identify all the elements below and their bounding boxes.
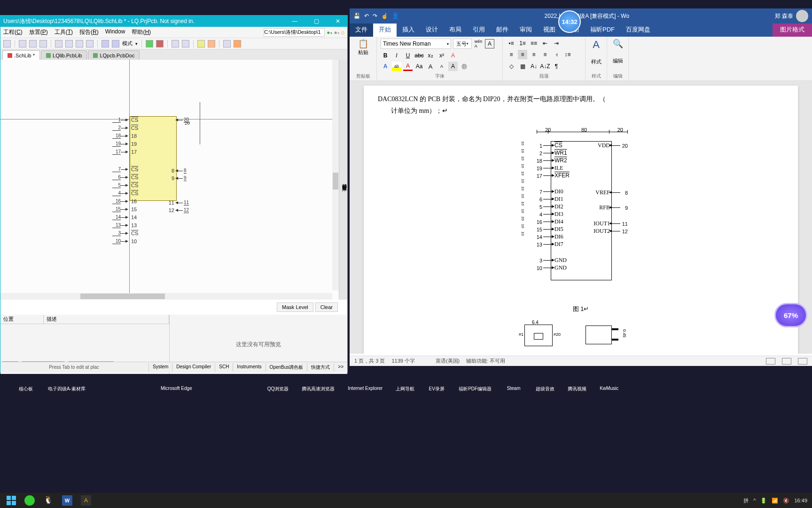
char-border-icon[interactable]: A — [485, 39, 494, 48]
component-icon[interactable] — [234, 40, 241, 48]
ime-indicator[interactable]: 拼 — [743, 497, 749, 504]
multilevel-icon[interactable]: ≡≡ — [529, 39, 539, 48]
status-cell[interactable]: OpenBus调色板 — [265, 363, 307, 372]
bullets-icon[interactable]: ⦁≡ — [507, 39, 516, 48]
underline-button[interactable]: U — [403, 51, 413, 60]
font-color-icon[interactable]: A — [403, 62, 413, 71]
word-count[interactable]: 1139 个字 — [391, 357, 415, 365]
borders-icon[interactable]: ▦ — [518, 62, 527, 71]
add-icon[interactable] — [146, 40, 153, 48]
status-cell[interactable]: 快捷方式 — [307, 363, 334, 372]
highlight-icon[interactable] — [208, 40, 215, 48]
clear-icon[interactable] — [86, 40, 94, 48]
change-case-icon[interactable]: Aa — [414, 62, 424, 71]
status-cell[interactable]: SCH — [215, 363, 233, 372]
start-icon[interactable] — [7, 496, 16, 505]
align-center-icon[interactable]: ≡ — [518, 50, 527, 59]
undo-icon[interactable]: ↶ — [364, 13, 369, 19]
pinyin-icon[interactable]: wénA — [474, 39, 483, 48]
ribbon-tab[interactable]: 百度网盘 — [620, 24, 656, 37]
text-effect-icon[interactable]: A — [381, 62, 390, 71]
copy-icon[interactable] — [29, 40, 37, 48]
task-icon[interactable]: 🐧 — [43, 495, 54, 506]
text-direction-icon[interactable]: A↓ — [529, 62, 539, 71]
desktop-shortcut[interactable]: 超级音效 — [536, 374, 554, 393]
desktop-shortcut[interactable]: Microsoft Edge — [161, 374, 192, 393]
menu-item[interactable]: 放置(P) — [29, 28, 48, 36]
schematic-canvas[interactable]: 20 1CS2CS1818191917177CS6CS5CS4CS1616151… — [0, 60, 347, 300]
menu-item[interactable]: 工程(C) — [3, 28, 23, 36]
document-tab[interactable]: .SchLib * — [2, 50, 40, 60]
document-tab[interactable]: LQlib.PcbLib — [41, 50, 87, 60]
desktop-shortcut[interactable]: 电子四级A-素材库 — [48, 374, 86, 393]
titlebar[interactable]: Users\洛情\Desktop\12345678\LQ\LQlib.SchLi… — [0, 16, 347, 27]
ribbon-tab[interactable]: 视图 — [538, 24, 561, 37]
styles-icon[interactable]: A — [593, 39, 600, 51]
page-indicator[interactable]: 1 页，共 3 页 — [354, 357, 385, 365]
arrow-icon[interactable] — [182, 40, 189, 48]
desktop-shortcut[interactable]: EV录屏 — [428, 374, 445, 393]
cut-icon[interactable] — [19, 40, 26, 48]
web-layout-icon[interactable] — [798, 358, 807, 365]
col-description[interactable]: 描述 — [44, 315, 169, 324]
tray-chevron-icon[interactable]: ^ — [753, 498, 756, 503]
desktop-shortcut[interactable]: 腾讯视频 — [568, 374, 586, 393]
status-cell[interactable]: Design Compiler — [172, 363, 215, 372]
font-size-combo[interactable]: 五号▾ — [453, 39, 472, 49]
dec-indent-icon[interactable]: ⇤ — [540, 39, 550, 48]
shading-icon[interactable]: ◇ — [507, 62, 516, 71]
task-icon[interactable] — [24, 495, 35, 506]
line-spacing-icon[interactable]: ↕≡ — [563, 50, 572, 59]
desktop-shortcut[interactable]: 上网导航 — [396, 374, 414, 393]
nav-fwd-icon[interactable]: ●▾ — [334, 29, 339, 36]
ribbon-tab[interactable]: 开始 — [373, 24, 397, 37]
grid-icon[interactable] — [223, 40, 231, 48]
desktop-shortcut[interactable]: 核心板 — [17, 374, 35, 393]
a11y-indicator[interactable]: 辅助功能: 不可用 — [466, 357, 505, 365]
justify-icon[interactable]: ≡ — [540, 50, 550, 59]
subscript-button[interactable]: x₂ — [426, 51, 435, 60]
ribbon-tab[interactable]: 福昕PDF — [585, 24, 620, 37]
menu-item[interactable]: 帮助(H) — [132, 28, 151, 36]
percent-widget[interactable]: 67% — [774, 303, 807, 327]
desktop-shortcut[interactable] — [236, 374, 254, 393]
col-position[interactable]: 位置 — [0, 315, 44, 324]
desktop-shortcut[interactable]: Steam — [505, 374, 523, 393]
undo-icon[interactable] — [102, 40, 109, 48]
enclose-char-icon[interactable]: ㊐ — [460, 62, 469, 71]
desktop-shortcut[interactable]: KwMusic — [600, 374, 618, 393]
inc-indent-icon[interactable]: ⇥ — [552, 39, 561, 48]
ribbon-tab[interactable]: 引用 — [467, 24, 491, 37]
select-icon[interactable] — [55, 40, 62, 48]
highlight-icon[interactable]: ab — [392, 62, 401, 71]
paste-icon[interactable] — [39, 40, 47, 48]
ribbon-tab[interactable]: 邮件 — [491, 24, 514, 37]
char-shading-icon[interactable]: A — [448, 62, 458, 71]
home-icon[interactable]: ⌂ — [341, 29, 344, 36]
align-left-icon[interactable]: ≡ — [507, 50, 516, 59]
strike-button[interactable]: abc — [414, 51, 424, 60]
vertical-scrollbar[interactable] — [332, 60, 339, 290]
a11y-icon[interactable]: 👤 — [392, 13, 399, 19]
horizontal-scrollbar[interactable] — [0, 293, 332, 300]
show-marks-icon[interactable]: ¶ — [552, 62, 561, 71]
move-icon[interactable] — [65, 40, 73, 48]
side-tabs[interactable]: 偏好的 剪贴板 库 — [339, 60, 347, 300]
maximize-button[interactable]: ▢ — [310, 16, 323, 26]
system-tray[interactable]: 拼 ^ 🔋 📶 🔇 16:49 — [743, 493, 807, 508]
desktop-shortcut[interactable] — [205, 374, 223, 393]
superscript-button[interactable]: x² — [437, 51, 446, 60]
network-icon[interactable]: 📶 — [772, 498, 778, 504]
line-icon[interactable] — [197, 40, 205, 48]
italic-button[interactable]: I — [392, 51, 401, 60]
battery-icon[interactable]: 🔋 — [760, 498, 767, 504]
font-name-combo[interactable]: Times New Roman▾ — [381, 39, 451, 49]
align-right-icon[interactable]: ≡ — [529, 50, 539, 59]
menu-item[interactable]: 工具(T) — [55, 28, 73, 36]
ribbon-tab-format[interactable]: 图片格式 — [773, 24, 812, 37]
word-document[interactable]: DAC0832LCN 的 PCB 封装，命名为 DIP20，并在附页一电路原理图… — [350, 81, 812, 354]
ribbon-tab[interactable]: 设计 — [420, 24, 444, 37]
arrow-icon[interactable] — [172, 40, 179, 48]
desktop-shortcut[interactable]: 腾讯高速浏览器 — [302, 374, 335, 393]
clear-button[interactable]: Clear — [315, 302, 338, 312]
